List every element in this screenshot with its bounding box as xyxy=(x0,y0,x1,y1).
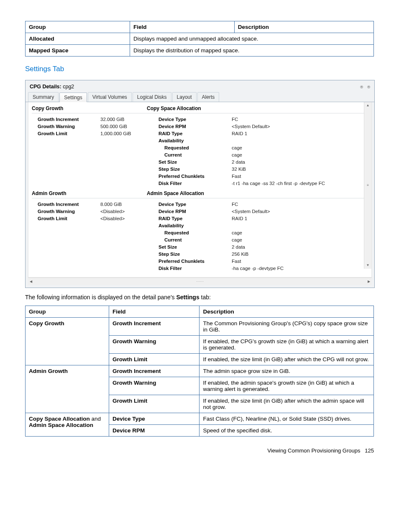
ag-gl-value: <Disabled> xyxy=(100,215,153,222)
settings-tab-heading: Settings Tab xyxy=(25,65,374,73)
t2-r5-desc: If enabled, the size limit (in GiB) afte… xyxy=(200,395,374,413)
ag-gw-label: Growth Warning xyxy=(38,208,100,215)
asa-cur-label: Current xyxy=(159,236,232,244)
asa-diskfilter-label: Disk Filter xyxy=(159,265,232,272)
asa-stepsize-value: 256 KiB xyxy=(232,251,357,258)
asa-raid-value: RAID 1 xyxy=(232,215,357,222)
tab-layout[interactable]: Layout xyxy=(172,92,197,102)
asa-devrpm-value: <System Default> xyxy=(232,208,357,215)
footer-page: 125 xyxy=(365,447,374,454)
ag-gw-value: <Disabled> xyxy=(100,208,153,215)
t2-h-group: Group xyxy=(26,306,109,318)
csa-raid-label: RAID Type xyxy=(159,130,232,137)
csa-diskfilter-value: -t r1 -ha cage -ss 32 -ch first -p -devt… xyxy=(232,180,357,187)
cg-gl-value: 1,000.000 GiB xyxy=(100,130,153,137)
table-row: Copy Growth Growth Increment The Common … xyxy=(26,318,374,336)
admin-growth-heading: Admin Growth xyxy=(32,190,147,198)
scroll-left-icon[interactable]: ◀ xyxy=(30,280,32,283)
asa-avail-label: Availability xyxy=(159,222,232,229)
scroll-grip-h-icon[interactable]: ⋯⋯ xyxy=(196,280,204,284)
csa-avail-label: Availability xyxy=(159,137,232,144)
csa-req-value: cage xyxy=(232,144,357,152)
asa-raid-label: RAID Type xyxy=(159,215,232,222)
t2-r4-desc: If enabled, the admin space's growth siz… xyxy=(200,377,374,395)
ag-gi-label: Growth Increment xyxy=(38,201,100,208)
t2-r6-desc: Fast Class (FC), Nearline (NL), or Solid… xyxy=(200,413,374,425)
settings-fields-table: Group Field Description Copy Growth Grow… xyxy=(25,306,374,437)
panel-body: Copy Growth Copy Space Allocation Growth… xyxy=(28,102,372,278)
asa-setsize-value: 2 data xyxy=(232,244,357,251)
csa-prefchunk-label: Preferred Chunklets xyxy=(159,173,232,180)
t2-h-desc: Description xyxy=(200,306,374,318)
t1-r1-combined: Displays the distribution of mapped spac… xyxy=(130,45,373,57)
horizontal-scrollbar[interactable]: ◀ ⋯⋯ ▶ xyxy=(28,278,372,285)
cg-gi-label: Growth Increment xyxy=(38,116,100,123)
tab-alerts[interactable]: Alerts xyxy=(197,92,220,102)
copy-space-alloc-heading: Copy Space Allocation xyxy=(147,105,368,113)
table-header-top: Group Field Description Allocated Displa… xyxy=(25,21,374,57)
ag-gi-value: 8.000 GiB xyxy=(100,201,153,208)
t1-h-group: Group xyxy=(26,21,130,33)
tab-settings[interactable]: Settings xyxy=(59,93,87,102)
cg-gw-label: Growth Warning xyxy=(38,123,100,130)
vertical-scrollbar[interactable]: ▲ ≡ ▼ xyxy=(364,102,371,269)
csa-raid-value: RAID 1 xyxy=(232,130,357,137)
cg-gi-value: 32.000 GiB xyxy=(100,116,153,123)
t2-r2-field: Growth Limit xyxy=(109,354,200,365)
asa-stepsize-label: Step Size xyxy=(159,251,232,258)
t2-r0-group: Copy Growth xyxy=(26,318,109,365)
csa-stepsize-label: Step Size xyxy=(159,166,232,173)
copy-growth-block: Growth Increment Growth Warning Growth L… xyxy=(32,116,368,187)
cg-gl-label: Growth Limit xyxy=(38,130,100,137)
table-row: Admin Growth Growth Increment The admin … xyxy=(26,365,374,377)
t2-r6-field: Device Type xyxy=(109,413,200,425)
para-bold: Settings xyxy=(176,294,199,301)
ag-gl-label: Growth Limit xyxy=(38,215,100,222)
t2-r2-desc: If enabled, the size limit (in GiB) afte… xyxy=(200,354,374,365)
asa-diskfilter-value: -ha cage -p -devtype FC xyxy=(232,265,357,272)
csa-setsize-label: Set Size xyxy=(159,159,232,166)
t2-r1-field: Growth Warning xyxy=(109,336,200,354)
admin-growth-block: Growth Increment Growth Warning Growth L… xyxy=(32,201,368,272)
t2-r7-desc: Speed of the specified disk. xyxy=(200,425,374,437)
asa-prefchunk-label: Preferred Chunklets xyxy=(159,258,232,265)
scroll-down-icon[interactable]: ▼ xyxy=(366,263,370,268)
csa-devrpm-value: <System Default> xyxy=(232,123,357,130)
csa-req-label: Requested xyxy=(159,144,232,152)
scroll-up-icon[interactable]: ▲ xyxy=(366,103,370,108)
panel-title-prefix: CPG Details: xyxy=(30,84,63,90)
asa-setsize-label: Set Size xyxy=(159,244,232,251)
panel-title-name: cpg2 xyxy=(63,84,74,90)
tab-virtual-volumes[interactable]: Virtual Volumes xyxy=(88,92,132,102)
t2-r3-desc: The admin space grow size in GiB. xyxy=(200,365,374,377)
scroll-grip-icon[interactable]: ≡ xyxy=(367,183,369,188)
tab-summary[interactable]: Summary xyxy=(28,92,59,102)
asa-devrpm-label: Device RPM xyxy=(159,208,232,215)
t2-r4-field: Growth Warning xyxy=(109,377,200,395)
t2-r6-group-and: and xyxy=(90,416,101,422)
t2-h-field: Field xyxy=(109,306,200,318)
csa-cur-label: Current xyxy=(159,152,232,159)
t2-r0-desc: The Common Provisioning Group's (CPG's) … xyxy=(200,318,374,336)
t1-h-desc: Description xyxy=(234,21,373,33)
footer-text: Viewing Common Provisioning Groups xyxy=(267,447,360,454)
t2-r1-desc: If enabled, the CPG's growth size (in Gi… xyxy=(200,336,374,354)
asa-req-label: Requested xyxy=(159,229,232,236)
scroll-right-icon[interactable]: ▶ xyxy=(368,280,370,283)
t2-r3-group: Admin Growth xyxy=(26,365,109,413)
tab-logical-disks[interactable]: Logical Disks xyxy=(133,92,171,102)
collapse-down-icon[interactable]: ⍟ xyxy=(367,84,370,90)
collapse-up-icon[interactable]: ⍟ xyxy=(360,84,363,90)
admin-space-alloc-heading: Admin Space Allocation xyxy=(147,190,368,198)
asa-req-value: cage xyxy=(232,229,357,236)
csa-devtype-label: Device Type xyxy=(159,116,232,123)
asa-devtype-label: Device Type xyxy=(159,201,232,208)
table-row: Allocated Displays mapped and unmapped a… xyxy=(26,33,374,45)
t1-h-field: Field xyxy=(130,21,234,33)
table-row: Copy Space Allocation and Admin Space Al… xyxy=(26,413,374,425)
t1-r0-group: Allocated xyxy=(26,33,130,45)
t2-r6-group: Copy Space Allocation and Admin Space Al… xyxy=(26,413,109,437)
t2-r5-field: Growth Limit xyxy=(109,395,200,413)
csa-diskfilter-label: Disk Filter xyxy=(159,180,232,187)
cpg-details-panel: CPG Details: cpg2 ⍟ ⍟ Summary Settings V… xyxy=(25,80,375,288)
